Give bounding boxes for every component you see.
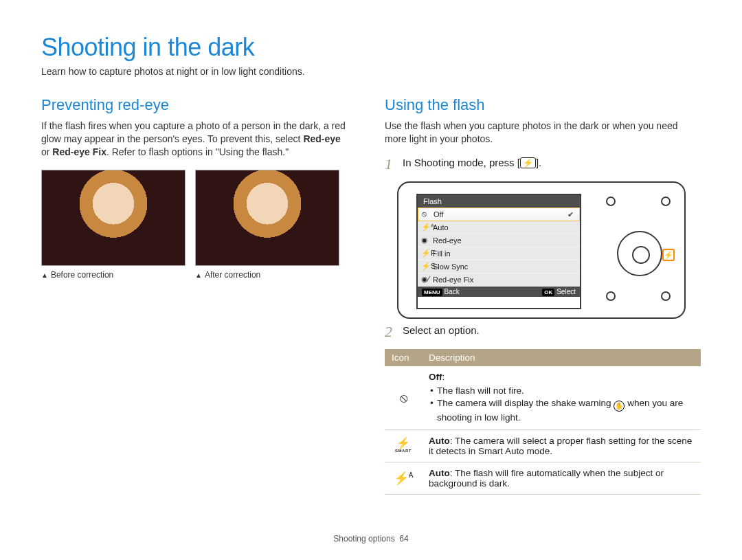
step-2: 2 Select an option. <box>385 324 701 339</box>
photo-after <box>195 170 339 266</box>
step-1: 1 In Shooting mode, press [⚡]. <box>385 157 701 172</box>
camera-diagram: Flash ⦸Off✔ ⚡ᴬAuto ◉Red-eye ⚡FFill in ⚡S… <box>397 181 686 319</box>
camera-button-top-left <box>606 197 616 206</box>
para-red-eye: If the flash fires when you capture a ph… <box>41 120 352 159</box>
off-icon: ⦸ <box>385 366 422 430</box>
step-1-text-a: In Shooting mode, press [ <box>403 157 520 168</box>
off-bullet-2: The camera will display the shake warnin… <box>430 397 694 424</box>
camera-screen: Flash ⦸Off✔ ⚡ᴬAuto ◉Red-eye ⚡FFill in ⚡S… <box>416 194 581 309</box>
flash-options-table: Icon Description ⦸ Off: The flash will n… <box>385 349 701 495</box>
step-2-number: 2 <box>385 324 396 339</box>
auto-icon: ⚡A <box>385 462 422 495</box>
auto-title: Auto <box>429 468 450 478</box>
off-bullet-1: The flash will not fire. <box>430 385 694 397</box>
menu-item-slow-sync: ⚡SSlow Sync <box>418 260 580 273</box>
smart-auto-title: Auto <box>429 436 450 446</box>
auto-text: : The flash will fire automatically when… <box>429 468 664 489</box>
page-subtitle: Learn how to capture photos at night or … <box>41 66 701 77</box>
menu-item-red-eye-fix: ◉⁄Red-eye Fix <box>418 273 580 287</box>
flash-button-icon: ⚡ <box>520 157 536 168</box>
menu-item-off: ⦸Off✔ <box>418 208 580 221</box>
shake-warning-icon: ✋ <box>614 401 625 412</box>
table-row-smart-auto: ⚡SMART Auto: The camera will select a pr… <box>385 430 701 462</box>
camera-button-bottom-right <box>661 291 671 301</box>
column-preventing-red-eye: Preventing red-eye If the flash fires wh… <box>41 96 352 495</box>
page-title: Shooting in the dark <box>41 33 701 62</box>
smart-auto-text: : The camera will select a proper flash … <box>429 436 692 456</box>
column-using-flash: Using the flash Use the flash when you c… <box>385 96 701 495</box>
caption-after: After correction <box>195 270 339 280</box>
menu-footer: MENUBack OKSelect <box>418 287 580 297</box>
table-row-auto: ⚡A Auto: The flash will fire automatical… <box>385 462 701 495</box>
th-icon: Icon <box>385 349 422 366</box>
para-red-eye-b: or <box>41 146 52 157</box>
off-title: Off <box>429 372 442 382</box>
step-1-text-b: ]. <box>536 157 541 168</box>
table-row-off: ⦸ Off: The flash will not fire. The came… <box>385 366 701 430</box>
caption-before: Before correction <box>41 270 186 280</box>
page-footer: Shooting options 64 <box>0 534 742 544</box>
footer-page-number: 64 <box>399 534 408 544</box>
photo-before <box>41 170 186 266</box>
para-red-eye-c: . Refer to flash options in "Using the f… <box>106 146 289 157</box>
footer-section: Shooting options <box>333 534 394 544</box>
para-using-flash: Use the flash when you capture photos in… <box>385 120 701 146</box>
term-red-eye-fix: Red-eye Fix <box>52 146 106 157</box>
para-red-eye-a: If the flash fires when you capture a ph… <box>41 120 346 144</box>
smart-auto-icon: ⚡SMART <box>385 430 422 462</box>
menu-item-red-eye: ◉Red-eye <box>418 234 580 247</box>
menu-title-flash: Flash <box>418 195 580 208</box>
th-description: Description <box>422 349 701 366</box>
term-red-eye: Red-eye <box>303 133 340 144</box>
camera-button-top-right <box>661 197 671 206</box>
menu-item-fill-in: ⚡FFill in <box>418 247 580 260</box>
heading-using-flash: Using the flash <box>385 96 701 114</box>
step-2-text: Select an option. <box>403 324 480 336</box>
camera-dpad <box>617 231 662 276</box>
heading-preventing-red-eye: Preventing red-eye <box>41 96 352 114</box>
camera-button-bottom-left <box>606 291 616 301</box>
step-1-number: 1 <box>385 157 396 172</box>
menu-item-auto: ⚡ᴬAuto <box>418 221 580 234</box>
flash-menu: ⦸Off✔ ⚡ᴬAuto ◉Red-eye ⚡FFill in ⚡SSlow S… <box>418 208 580 287</box>
flash-button-highlight: ⚡ <box>662 249 675 261</box>
